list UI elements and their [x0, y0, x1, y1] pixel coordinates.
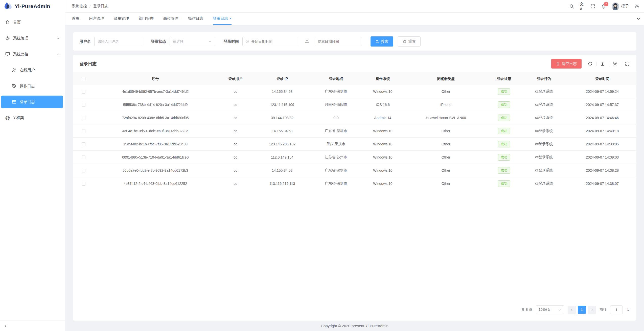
sidebar-item-system-monitor[interactable]: 系统监控: [0, 48, 65, 60]
cell-login-ip: 14.155.34.58: [254, 164, 310, 177]
app-logo[interactable]: Yi-PureAdmin: [0, 0, 65, 13]
sidebar-item-login-log[interactable]: 登录日志: [1, 96, 63, 108]
collapse-sidebar-icon[interactable]: [4, 324, 9, 328]
sidebar-item-home[interactable]: 首页: [0, 16, 65, 29]
tab-login-log[interactable]: 登录日志 ×: [213, 13, 232, 25]
sidebar-item-online-users[interactable]: 在线用户: [0, 64, 65, 76]
column-header[interactable]: 登录 IP: [254, 73, 310, 85]
goto-label: 前往: [600, 307, 607, 312]
end-date-input[interactable]: [318, 39, 359, 43]
row-density-icon[interactable]: [600, 61, 605, 66]
table-row[interactable]: 15d5f402-bc1b-cfbe-7f95-3a14dd620439 cc …: [73, 138, 636, 151]
card-title: 登录日志: [79, 61, 97, 67]
clear-log-button[interactable]: 清空日志: [551, 59, 582, 69]
tab-home[interactable]: 首页: [72, 13, 79, 25]
tab-close-icon[interactable]: ×: [229, 16, 232, 20]
sidebar-item-operation-log[interactable]: 操作日志: [0, 80, 65, 92]
row-checkbox[interactable]: [82, 129, 85, 133]
table-fullscreen-icon[interactable]: [625, 61, 630, 66]
tab-post-management[interactable]: 岗位管理: [163, 13, 178, 25]
cell-serial-number: 4a04c1bc-0d50-3bde-ca0f-3a14dd63223d: [94, 124, 217, 138]
end-date-picker[interactable]: [315, 37, 362, 46]
cell-login-behavior: cc登录系统: [520, 98, 568, 111]
chevron-left-icon: [570, 308, 573, 312]
page-size-select[interactable]: 10条/页: [536, 305, 564, 314]
column-settings-gear-icon[interactable]: [612, 61, 617, 66]
select-all-checkbox[interactable]: [82, 77, 85, 81]
next-page-button[interactable]: [588, 306, 596, 314]
cell-login-ip: 14.155.34.58: [254, 85, 310, 98]
tab-operation-log[interactable]: 操作日志: [188, 13, 203, 25]
row-checkbox[interactable]: [82, 182, 85, 186]
table-row[interactable]: 00914995-513b-7104-da91-3a14dd61fce0 cc …: [73, 151, 636, 164]
cell-login-location: 广东省-深圳市: [310, 164, 362, 177]
reset-button[interactable]: 重置: [398, 36, 421, 47]
cell-operating-system: Windows 10: [362, 164, 404, 177]
sidebar-item-label: Yi框架: [13, 116, 24, 120]
page-number-1[interactable]: 1: [578, 306, 586, 314]
row-checkbox[interactable]: [82, 116, 85, 120]
search-form-card: 用户名 登录状态 请选择 登录时间: [73, 32, 636, 51]
table-row[interactable]: 72afa294-8209-438e-8bb5-3a14dd690d05 cc …: [73, 111, 636, 124]
sidebar-item-label: 系统监控: [13, 52, 28, 57]
column-header[interactable]: 操作系统: [362, 73, 404, 85]
table-row[interactable]: 5ff5536c-738b-4d14-620a-3a14dd72fdd9 cc …: [73, 98, 636, 111]
sidebar-item-yi-framework[interactable]: @ Yi框架: [0, 112, 65, 124]
login-status-placeholder: 请选择: [173, 39, 183, 44]
toolbar-divider: [609, 62, 609, 66]
search-icon[interactable]: [569, 4, 574, 9]
tab-label: 岗位管理: [163, 16, 178, 21]
status-badge: 成功: [498, 154, 510, 161]
table-row[interactable]: 56b6a7e0-fbb2-ef8c-3692-3a14dd6172b3 cc …: [73, 164, 636, 177]
cell-browser-type: Other: [404, 124, 488, 138]
row-checkbox[interactable]: [82, 142, 85, 146]
column-header[interactable]: 浏览器类型: [404, 73, 488, 85]
tab-dept-management[interactable]: 部门管理: [139, 13, 154, 25]
column-header[interactable]: 登录行为: [520, 73, 568, 85]
column-header[interactable]: 登录用户: [217, 73, 254, 85]
table-row[interactable]: 4e37ff12-2fc4-b463-0fbb-3a14dd612252 cc …: [73, 177, 636, 190]
cell-login-ip: 112.0.149.154: [254, 151, 310, 164]
monitor-icon: [5, 52, 10, 57]
cell-browser-type: Other: [404, 85, 488, 98]
tabs-dropdown-chevron-icon[interactable]: [636, 13, 640, 25]
notification-bell-icon[interactable]: 7: [601, 4, 606, 9]
refresh-icon[interactable]: [588, 61, 593, 66]
status-badge: 成功: [498, 128, 510, 134]
sidebar-collapse-bar: [0, 320, 65, 331]
table-row[interactable]: 4a04c1bc-0d50-3bde-ca0f-3a14dd63223d cc …: [73, 124, 636, 138]
column-header[interactable]: 序号: [94, 73, 217, 85]
avatar: [612, 3, 619, 10]
tab-label: 用户管理: [89, 16, 104, 21]
sidebar-item-label: 操作日志: [20, 84, 35, 89]
row-checkbox[interactable]: [82, 169, 85, 172]
tab-user-management[interactable]: 用户管理: [89, 13, 104, 25]
trash-icon: [556, 62, 560, 66]
start-date-picker[interactable]: [242, 37, 299, 46]
tab-label: 登录日志: [213, 16, 228, 21]
main-column: 系统监控 / 登录日志 文A 7: [65, 0, 644, 331]
search-button[interactable]: 搜索: [371, 36, 393, 47]
user-menu[interactable]: 橙子: [612, 3, 629, 10]
row-checkbox[interactable]: [82, 156, 85, 159]
column-header[interactable]: 登录状态: [488, 73, 520, 85]
sidebar-item-system-management[interactable]: 系统管理: [0, 32, 65, 45]
prev-page-button[interactable]: [568, 306, 576, 314]
goto-page-input[interactable]: [610, 305, 623, 314]
settings-gear-icon[interactable]: [634, 4, 639, 9]
translate-icon[interactable]: 文A: [580, 4, 585, 9]
row-checkbox[interactable]: [82, 90, 85, 94]
fullscreen-icon[interactable]: [590, 4, 595, 9]
login-status-select[interactable]: 请选择: [170, 37, 215, 46]
row-checkbox[interactable]: [82, 103, 85, 107]
tab-menu-management[interactable]: 菜单管理: [114, 13, 129, 25]
toolbar-divider: [621, 62, 621, 66]
username-input[interactable]: [98, 39, 139, 43]
column-header[interactable]: 登录地点: [310, 73, 362, 85]
table-row[interactable]: 4e1d0549-b092-657b-aec7-3a14dd749fd2 cc …: [73, 85, 636, 98]
column-header[interactable]: 登录时间: [568, 73, 636, 85]
breadcrumb-item[interactable]: 系统监控: [72, 4, 87, 9]
start-date-input[interactable]: [251, 39, 296, 43]
reset-button-label: 重置: [408, 39, 416, 44]
cell-login-location: 广东省-深圳市: [310, 177, 362, 190]
